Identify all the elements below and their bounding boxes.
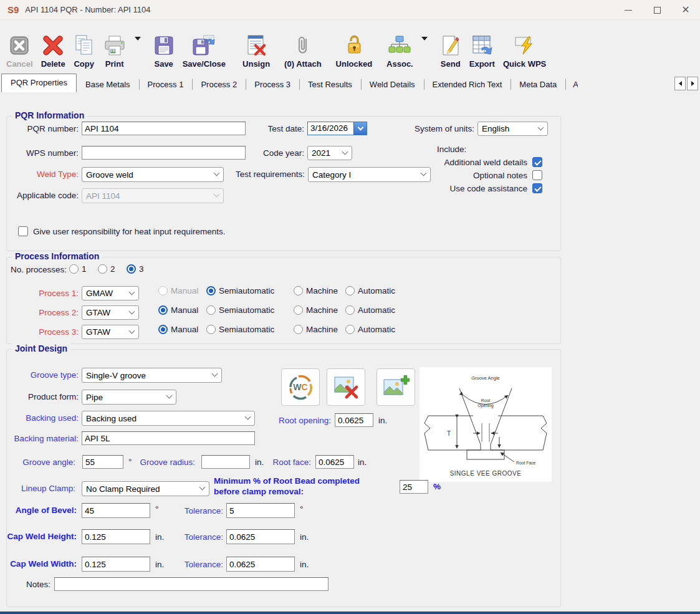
cancel-icon [9, 33, 30, 58]
cap-weld-width-input[interactable] [82, 557, 150, 572]
cap-weld-height-tolerance-input[interactable] [226, 529, 295, 544]
no-processes-radio-2[interactable]: 2 [98, 264, 115, 274]
print-dropdown-arrow[interactable] [135, 37, 141, 41]
tab-scroll-left-button[interactable] [674, 77, 686, 90]
wps-number-input[interactable] [82, 146, 246, 160]
radio-icon[interactable] [294, 305, 303, 315]
product-form-select[interactable]: Pipe [82, 390, 176, 405]
pqr-number-input[interactable] [82, 122, 246, 135]
min-root-bead-input[interactable] [400, 480, 428, 494]
radio-icon[interactable] [294, 325, 303, 334]
applicable-code-value: API 1104 [86, 191, 120, 201]
radio-icon[interactable] [345, 305, 355, 315]
cap-weld-height-input[interactable] [82, 529, 150, 544]
no-processes-radio-3[interactable]: 3 [127, 264, 144, 274]
system-of-units-select[interactable]: English [477, 122, 548, 136]
save-button[interactable]: Save [153, 33, 175, 69]
radio-icon[interactable] [158, 305, 168, 315]
radio-icon[interactable] [294, 286, 303, 295]
process-1-mode-machine[interactable]: Machine [294, 286, 338, 295]
assoc-dropdown-arrow[interactable] [421, 37, 428, 41]
tab-process-2[interactable]: Process 2 [192, 77, 246, 92]
save-close-button[interactable]: Save/Close [183, 33, 226, 69]
root-face-input[interactable] [315, 455, 354, 469]
backing-used-select[interactable]: Backing used [82, 411, 255, 426]
unsign-button[interactable]: Unsign [242, 33, 270, 69]
process-3-mode-manual[interactable]: Manual [158, 325, 198, 334]
tab-base-metals[interactable]: Base Metals [77, 77, 139, 92]
process-2-mode-manual[interactable]: Manual [158, 305, 198, 315]
process-1-select[interactable]: GMAW [82, 286, 139, 300]
process-3-select[interactable]: GTAW [82, 325, 139, 339]
assoc-button[interactable]: Assoc. [386, 33, 413, 69]
notes-input[interactable] [54, 577, 328, 591]
process-3-mode-automatic[interactable]: Automatic [345, 325, 395, 334]
tab-process-3[interactable]: Process 3 [246, 77, 299, 92]
svg-text:Opening: Opening [477, 403, 494, 408]
process-2-mode-machine[interactable]: Machine [294, 305, 338, 315]
lineup-clamp-select[interactable]: No Clamp Required [82, 481, 209, 496]
minimize-button[interactable] [614, 0, 643, 20]
delete-button[interactable]: Delete [41, 33, 65, 69]
groove-radius-input[interactable] [201, 455, 250, 469]
backing-material-input[interactable] [82, 431, 255, 445]
quick-wps-button[interactable]: Quick WPS [503, 33, 546, 69]
app-logo: S9 [7, 4, 19, 15]
lineup-clamp-label: Lineup Clamp: [10, 484, 75, 493]
process-2-select[interactable]: GTAW [82, 305, 139, 320]
angle-of-bevel-tolerance-input[interactable] [226, 503, 295, 518]
close-button[interactable]: ✕ [671, 0, 700, 20]
code-year-select[interactable]: 2021 [307, 146, 352, 160]
radio-icon[interactable] [345, 286, 355, 295]
tab-process-1[interactable]: Process 1 [139, 77, 193, 92]
root-opening-input[interactable] [335, 413, 373, 427]
include-optional-notes-checkbox[interactable] [532, 170, 542, 180]
process-1-mode-semiautomatic[interactable]: Semiautomatic [206, 286, 274, 295]
tab-meta-data[interactable]: Meta Data [511, 77, 565, 92]
radio-icon[interactable] [206, 286, 216, 295]
radio-icon[interactable] [206, 305, 216, 315]
radio-icon[interactable] [69, 264, 79, 274]
wc-logo-button[interactable]: WC [281, 368, 320, 406]
tab-extended-rich-text[interactable]: Extended Rich Text [424, 77, 511, 92]
process-3-mode-machine[interactable]: Machine [294, 325, 338, 334]
radio-icon[interactable] [206, 325, 216, 334]
include-use-code-assistance-checkbox[interactable] [532, 183, 542, 193]
delete-image-button[interactable] [327, 368, 365, 406]
add-image-button[interactable] [376, 368, 415, 406]
tab-scroll-right-button[interactable] [687, 77, 698, 90]
process-1-mode-automatic[interactable]: Automatic [345, 286, 395, 295]
tab-weld-details[interactable]: Weld Details [361, 77, 424, 92]
radio-icon[interactable] [158, 325, 168, 334]
radio-icon [158, 286, 168, 295]
attach-button[interactable]: (0) Attach [284, 33, 321, 69]
chevron-down-icon [214, 191, 220, 198]
angle-of-bevel-input[interactable] [82, 503, 150, 518]
cap-weld-width-tolerance-input[interactable] [226, 557, 295, 572]
maximize-button[interactable] [643, 0, 671, 20]
copy-button[interactable]: Copy [74, 33, 95, 69]
weld-type-select[interactable]: Groove weld [82, 167, 224, 182]
radio-icon[interactable] [345, 325, 355, 334]
groove-angle-input[interactable] [82, 455, 123, 469]
radio-icon[interactable] [98, 264, 107, 274]
print-button[interactable]: Print [103, 33, 127, 69]
include-additional-weld-details-checkbox[interactable] [532, 157, 542, 167]
heat-input-responsibility-checkbox[interactable] [18, 226, 28, 236]
process-3-mode-semiautomatic[interactable]: Semiautomatic [206, 325, 274, 334]
radio-icon[interactable] [127, 264, 136, 274]
tab-pqr-properties[interactable]: PQR Properties [1, 74, 77, 92]
export-button[interactable]: Export [469, 33, 495, 69]
test-requirements-select[interactable]: Category I [308, 167, 431, 182]
process-2-mode-automatic[interactable]: Automatic [345, 305, 395, 315]
send-button[interactable]: Send [440, 33, 461, 69]
no-processes-radio-1[interactable]: 1 [69, 264, 87, 274]
tab-overflow-partial[interactable]: A [565, 77, 578, 92]
test-date-dropdown-button[interactable] [353, 122, 367, 135]
unlocked-button[interactable]: Unlocked [336, 33, 373, 69]
process-2-mode-semiautomatic[interactable]: Semiautomatic [206, 305, 274, 315]
window-bottom-edge [0, 612, 700, 614]
test-date-picker[interactable]: 3/16/2026 [307, 122, 367, 135]
tab-test-results[interactable]: Test Results [299, 77, 361, 92]
groove-type-select[interactable]: Single-V groove [82, 368, 222, 383]
